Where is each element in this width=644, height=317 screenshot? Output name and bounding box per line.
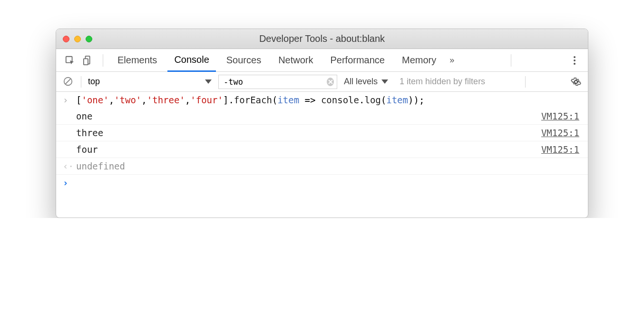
device-toolbar-icon[interactable] <box>81 53 95 68</box>
chevron-down-icon <box>381 79 388 84</box>
tabs-overflow-button[interactable]: » <box>449 55 454 65</box>
log-source-link[interactable]: VM125:1 <box>541 144 581 155</box>
window-title: Developer Tools - about:blank <box>56 33 588 44</box>
separator <box>525 76 526 88</box>
log-text: one <box>76 111 541 121</box>
log-row: oneVM125:1 <box>56 108 588 125</box>
console-output: › ['one','two','three','four'].forEach(i… <box>56 92 588 218</box>
filter-input[interactable] <box>224 77 327 87</box>
svg-point-4 <box>575 80 577 83</box>
log-text: four <box>76 144 541 155</box>
separator <box>511 54 511 67</box>
tab-memory[interactable]: Memory <box>395 49 443 71</box>
hidden-count-label: 1 item hidden by filters <box>400 77 485 87</box>
console-prompt-row[interactable]: › <box>56 175 588 191</box>
tab-sources[interactable]: Sources <box>220 49 268 71</box>
inspect-element-icon[interactable] <box>63 53 77 68</box>
clear-console-icon[interactable] <box>63 76 74 88</box>
log-source-link[interactable]: VM125:1 <box>541 128 581 138</box>
tab-elements[interactable]: Elements <box>111 49 164 71</box>
tab-performance[interactable]: Performance <box>324 49 392 71</box>
clear-filter-icon[interactable] <box>327 78 334 86</box>
devtools-tabbar: ElementsConsoleSourcesNetworkPerformance… <box>56 49 588 72</box>
log-text: three <box>76 128 541 138</box>
log-row: threeVM125:1 <box>56 125 588 141</box>
kebab-menu-icon[interactable] <box>568 56 581 65</box>
prompt-marker: › <box>63 178 76 188</box>
input-marker: › <box>63 95 76 105</box>
chevron-down-icon <box>205 79 212 84</box>
console-filter-bar: top All levels 1 item hidden by filters <box>56 72 588 92</box>
console-return-row: ‹· undefined <box>56 158 588 175</box>
return-marker: ‹· <box>63 161 76 171</box>
log-levels-selector[interactable]: All levels <box>344 77 388 87</box>
tab-network[interactable]: Network <box>272 49 320 71</box>
log-levels-label: All levels <box>344 77 378 87</box>
separator <box>81 76 81 88</box>
devtools-window: Developer Tools - about:blank ElementsCo… <box>56 29 588 218</box>
console-input-row: › ['one','two','three','four'].forEach(i… <box>56 92 588 108</box>
console-settings-icon[interactable] <box>565 77 581 87</box>
return-value: undefined <box>76 161 581 171</box>
log-row: fourVM125:1 <box>56 141 588 158</box>
filter-input-wrapper[interactable] <box>218 75 337 89</box>
tab-console[interactable]: Console <box>167 50 215 72</box>
log-source-link[interactable]: VM125:1 <box>541 111 581 121</box>
svg-rect-2 <box>84 59 88 65</box>
separator <box>103 54 103 67</box>
execution-context-selector[interactable]: top <box>88 75 212 89</box>
titlebar: Developer Tools - about:blank <box>56 29 588 49</box>
execution-context-label: top <box>88 77 100 87</box>
console-input-code: ['one','two','three','four'].forEach(ite… <box>76 95 581 105</box>
